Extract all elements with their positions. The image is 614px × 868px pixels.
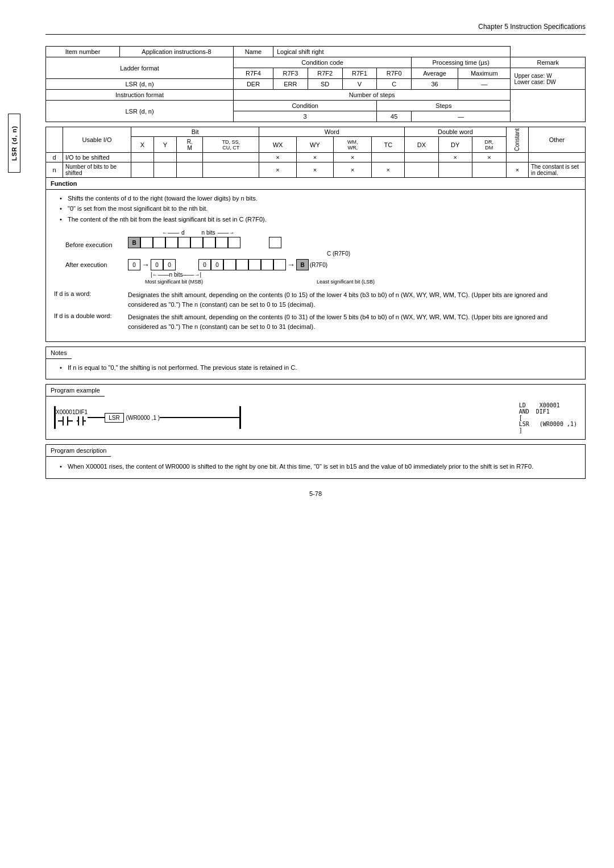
right-arrow: →: [142, 260, 150, 269]
program-desc-label: Program description: [51, 447, 106, 454]
bit-box-2: [153, 237, 165, 248]
notes-label: Notes: [51, 349, 67, 356]
n-dr: [472, 162, 506, 178]
function-row: Function: [46, 178, 586, 190]
chapter-title: Chapter 5 Instruction Specifications: [478, 23, 586, 31]
nbits-left-arrow: |←——: [151, 272, 169, 278]
word-label: If d is a word:: [54, 290, 128, 309]
name-label: Name: [234, 47, 273, 57]
d-wm: ×: [334, 153, 372, 162]
c-label-row: C (R7F0): [327, 251, 566, 257]
n-desc: Number of bits to be shifted: [63, 162, 131, 178]
notes-label-box: Notes: [46, 347, 72, 359]
word-tc-header: TC: [372, 137, 405, 153]
right-arrow-2: →: [287, 260, 295, 269]
condition-code-label: Condition code: [234, 57, 412, 68]
n-const: ×: [506, 162, 528, 178]
word-wm-header: WM,WR,: [334, 137, 372, 153]
contact-x00001: X00001: [56, 409, 75, 427]
bit-box-after-2: [236, 259, 248, 270]
contact-dif1: DIF1: [75, 409, 88, 427]
bit-box-8: [228, 237, 240, 248]
nbits-label: n bits: [202, 229, 215, 236]
processing-time-label: Processing time (μs): [412, 57, 511, 68]
program-desc-bullets: When X00001 rises, the content of WR0000…: [54, 462, 577, 471]
program-desc-content: When X00001 rises, the content of WR0000…: [46, 457, 585, 478]
program-example-label-box: Program example: [46, 385, 105, 397]
steps-dash: —: [412, 111, 511, 122]
d-wy: ×: [296, 153, 333, 162]
bit-x-header: X: [131, 137, 154, 153]
d-dr: ×: [472, 153, 506, 162]
usable-io-label: Usable I/O: [63, 127, 131, 153]
d-desc: I/O to be shifted: [63, 153, 131, 162]
constant-header: Constant: [506, 127, 528, 153]
b-box-before: B: [128, 237, 140, 248]
h-line-2: [160, 417, 239, 418]
function-bullets: Shifts the contents of d to the right (t…: [54, 194, 577, 224]
word-descriptions: If d is a word: Designates the shift amo…: [54, 290, 577, 331]
dword-desc-1: If d is a double word: Designates the sh…: [54, 312, 577, 331]
word-wx-header: WX: [259, 137, 296, 153]
lsr-dn-instr: LSR (d, n): [46, 101, 234, 122]
d-tc: [372, 153, 405, 162]
remark-label: Remark: [511, 57, 586, 68]
right-rail: [239, 406, 241, 429]
ladder-diagram: X00001 DIF1: [54, 406, 241, 429]
function-bullet-3: The content of the nth bit from the leas…: [60, 215, 577, 224]
cond-c: C: [377, 79, 412, 90]
msb-label: Most significant bit (MSB): [145, 279, 203, 285]
bit-tdss-header: TD, SS,CU, CT: [203, 137, 259, 153]
d-wx: ×: [259, 153, 296, 162]
dw-header: Double word: [405, 127, 507, 137]
word-wy-header: WY: [296, 137, 333, 153]
bit-box-after-5: [273, 259, 286, 270]
cond-der: DER: [234, 79, 273, 90]
maximum-label: Maximum: [458, 68, 511, 79]
function-section: Shifts the contents of d to the right (t…: [45, 190, 586, 342]
name-value: Logical shift right: [273, 47, 511, 57]
app-instructions: Application instructions-8: [120, 47, 234, 57]
r7f1: R7F1: [342, 68, 377, 79]
n-wm: ×: [334, 162, 372, 178]
r7f2: R7F2: [308, 68, 342, 79]
program-example-label: Program example: [51, 387, 100, 394]
other-header: Other: [529, 127, 586, 153]
bit-box-after-3: [248, 259, 261, 270]
bit-box-1: [140, 237, 153, 248]
lsr-dn-row: LSR (d, n): [46, 79, 234, 90]
d-y: [154, 153, 176, 162]
n-x: [131, 162, 154, 178]
word-header: Word: [259, 127, 405, 137]
steps-45: 45: [377, 111, 412, 122]
d-other: [529, 153, 586, 162]
program-description-section: Program description When X00001 rises, t…: [45, 444, 586, 479]
before-exec-label: Before execution: [65, 241, 128, 248]
d-dx: [405, 153, 438, 162]
execution-diagram: Before execution ←—— d n bits ——→ B: [65, 229, 566, 285]
n-wx: ×: [259, 162, 296, 178]
cond-err: ERR: [273, 79, 308, 90]
notes-section: Notes If n is equal to "0," the shifting…: [45, 347, 586, 379]
d-label-exec: d: [181, 229, 185, 236]
bit-box-after-1: [223, 259, 236, 270]
d-const: [506, 153, 528, 162]
bit-header: Bit: [131, 127, 259, 137]
n-dx: [405, 162, 438, 178]
max-dash: —: [458, 79, 511, 90]
io-table: Usable I/O Bit Word Double word Constant…: [45, 127, 586, 190]
n-y: [154, 162, 176, 178]
side-label: LSR (d, n): [8, 114, 20, 173]
notes-bullets: If n is equal to "0," the shifting is no…: [54, 364, 577, 372]
after-exec-label: After execution: [65, 261, 128, 268]
table-row: n Number of bits to be shifted × × × × ×…: [46, 162, 586, 178]
before-execution: Before execution ←—— d n bits ——→ B: [65, 229, 566, 248]
b-box-after: B: [296, 259, 309, 270]
bit-box-6: [203, 237, 215, 248]
dw-dy-header: DY: [438, 137, 472, 153]
condition-3: 3: [234, 111, 377, 122]
item-number-label: Item number: [46, 47, 120, 57]
program-desc-bullet-1: When X00001 rises, the content of WR0000…: [60, 462, 577, 471]
table-row: d I/O to be shifted × × × × ×: [46, 153, 586, 162]
num-steps-label: Number of steps: [234, 90, 511, 101]
